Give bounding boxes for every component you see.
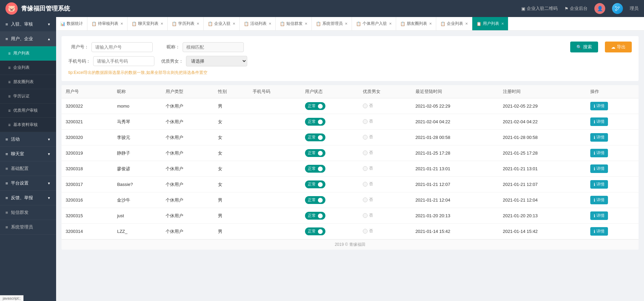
cell-type: 个休用户: [162, 98, 214, 114]
sidebar-item-chatroom[interactable]: ≡ 聊天室 ▼: [0, 147, 56, 161]
quality-radio[interactable]: 否: [363, 228, 373, 234]
status-toggle[interactable]: 正常: [305, 180, 325, 188]
radio-circle: [363, 119, 368, 124]
quality-radio[interactable]: 否: [363, 150, 373, 156]
quality-radio[interactable]: 否: [363, 212, 373, 218]
user-label: 理员: [630, 5, 639, 12]
detail-button[interactable]: ℹ 详情: [590, 117, 608, 126]
close-icon[interactable]: ✕: [429, 22, 432, 26]
sidebar-item-basic-config[interactable]: ≡ 基础配置: [0, 161, 56, 176]
quality-radio[interactable]: 否: [363, 103, 373, 109]
detail-button[interactable]: ℹ 详情: [590, 180, 608, 189]
tab-sys-admin[interactable]: 📋 系统管理员 ✕: [312, 17, 352, 31]
close-icon[interactable]: ✕: [465, 22, 468, 26]
status-toggle[interactable]: 正常: [305, 196, 325, 204]
tab-sms[interactable]: 📋 短信群发 ✕: [276, 17, 312, 31]
close-icon[interactable]: ✕: [269, 22, 271, 26]
detail-button[interactable]: ℹ 详情: [590, 196, 608, 204]
menu-icon: ≡: [5, 195, 8, 201]
sidebar-item-platform[interactable]: ≡ 平台设置 ▼: [0, 176, 56, 191]
tab-enterprise-join[interactable]: 📋 企业入驻 ✕: [204, 17, 240, 31]
backend-btn[interactable]: ⚑ 企业后台: [564, 5, 588, 12]
cell-action: ℹ 详情: [586, 177, 639, 192]
close-icon[interactable]: ✕: [233, 22, 235, 26]
close-icon[interactable]: ✕: [197, 22, 199, 26]
status-toggle[interactable]: 正常: [305, 102, 325, 110]
bird-icon: 🕊: [612, 3, 623, 14]
tab-pending-audit[interactable]: 📋 待审核列表 ✕: [87, 17, 128, 31]
userid-input[interactable]: [91, 42, 153, 52]
detail-button[interactable]: ℹ 详情: [590, 102, 608, 110]
tab-personal-join[interactable]: 📋 个体用户入驻 ✕: [352, 17, 396, 31]
quality-label: 优质男女：: [161, 58, 183, 64]
detail-button[interactable]: ℹ 详情: [590, 149, 608, 157]
sidebar-item-sms[interactable]: ≡ 短信群发: [0, 205, 56, 220]
quality-radio[interactable]: 否: [363, 165, 373, 171]
tab-enterprise-list[interactable]: 📋 企业列表 ✕: [436, 17, 472, 31]
tab-icon: 📋: [356, 21, 361, 26]
status-toggle[interactable]: 正常: [305, 227, 325, 235]
quality-radio[interactable]: 否: [363, 134, 373, 140]
tab-user-list[interactable]: 📋 用户列表 ✕: [472, 17, 508, 31]
quality-radio[interactable]: 否: [363, 118, 373, 124]
tab-activity[interactable]: 📋 活动列表 ✕: [240, 17, 276, 31]
upload-icon: ☁: [611, 45, 615, 50]
cell-reg-time: 2021-01-20 20:13: [499, 208, 586, 224]
sidebar-item-education[interactable]: ≡ 学历认证: [0, 89, 56, 104]
status-toggle[interactable]: 正常: [305, 212, 325, 220]
sidebar-item-user-enterprise[interactable]: ≡ 用户、企业 ▲: [0, 32, 56, 46]
tab-chat-rooms[interactable]: 📋 聊天室列表 ✕: [128, 17, 168, 31]
detail-button[interactable]: ℹ 详情: [590, 211, 608, 220]
cell-type: 个休用户: [162, 161, 214, 177]
phone-input[interactable]: [93, 56, 154, 66]
status-toggle[interactable]: 正常: [305, 133, 325, 141]
menu-icon: ≡: [5, 210, 8, 215]
status-toggle[interactable]: 正常: [305, 165, 325, 173]
cell-userid: 3200315: [62, 208, 113, 224]
radio-circle: [363, 197, 368, 202]
status-toggle[interactable]: 正常: [305, 149, 325, 157]
sidebar-item-enterprise-list[interactable]: ≡ 企业列表: [0, 61, 56, 75]
chevron-down-icon: ▼: [47, 196, 51, 200]
menu-icon: ≡: [8, 80, 11, 84]
status-toggle[interactable]: 正常: [305, 118, 325, 126]
sidebar-item-quality-audit[interactable]: ≡ 优质用户审核: [0, 104, 56, 118]
close-icon[interactable]: ✕: [305, 22, 307, 26]
nickname-input[interactable]: [183, 42, 244, 52]
sidebar-item-feedback[interactable]: ≡ 反馈、举报 ▼: [0, 191, 56, 205]
sidebar-item-moments[interactable]: ≡ 朋友圈列表: [0, 75, 56, 89]
close-icon[interactable]: ✕: [389, 22, 392, 26]
tab-icon: 📋: [91, 21, 97, 26]
quality-radio[interactable]: 否: [363, 197, 373, 203]
search-button[interactable]: 🔍 搜索: [570, 42, 598, 52]
radio-circle: [363, 104, 368, 108]
sidebar-item-user-list[interactable]: ≡ 用户列表: [0, 46, 56, 61]
radio-circle: [363, 135, 368, 140]
detail-button[interactable]: ℹ 详情: [590, 133, 608, 142]
user-avatar[interactable]: 👤: [594, 3, 605, 14]
sidebar-item-basic-audit[interactable]: ≡ 基本资料审核: [0, 118, 56, 132]
info-icon: ℹ: [594, 167, 595, 171]
close-icon[interactable]: ✕: [345, 22, 348, 26]
tab-data-stats[interactable]: 📊 数据统计: [56, 17, 87, 31]
quality-radio[interactable]: 否: [363, 181, 373, 187]
close-icon[interactable]: ✕: [501, 22, 504, 26]
close-icon[interactable]: ✕: [120, 22, 123, 26]
cell-phone: [249, 114, 301, 130]
search-form: 用户号： 昵称： 🔍 搜索: [62, 36, 639, 81]
sidebar-item-activity[interactable]: ≡ 活动 ▼: [0, 132, 56, 147]
form-item-quality: 优质男女： 请选择 是 否: [161, 56, 247, 66]
export-button[interactable]: ☁ 导出: [605, 42, 632, 52]
detail-button[interactable]: ℹ 详情: [590, 227, 608, 236]
main-layout: ≡ 入驻、审核 ▼ ≡ 用户、企业 ▲ ≡ 用户列表 ≡ 企业列表 ≡ 朋友圈列…: [0, 17, 644, 301]
sidebar-item-entry-audit[interactable]: ≡ 入驻、审核 ▼: [0, 17, 56, 32]
detail-button[interactable]: ℹ 详情: [590, 164, 608, 173]
close-icon[interactable]: ✕: [160, 22, 163, 26]
tab-education[interactable]: 📋 学历列表 ✕: [168, 17, 204, 31]
qr-code-btn[interactable]: ▣ 企业入驻二维码: [521, 5, 558, 12]
tab-moments[interactable]: 📋 朋友圈列表 ✕: [396, 17, 436, 31]
cell-quality: 否: [359, 224, 411, 239]
quality-select[interactable]: 请选择 是 否: [186, 56, 247, 66]
sidebar-item-sysadmin[interactable]: ≡ 系统管理员: [0, 220, 56, 235]
cell-phone: [249, 224, 301, 239]
